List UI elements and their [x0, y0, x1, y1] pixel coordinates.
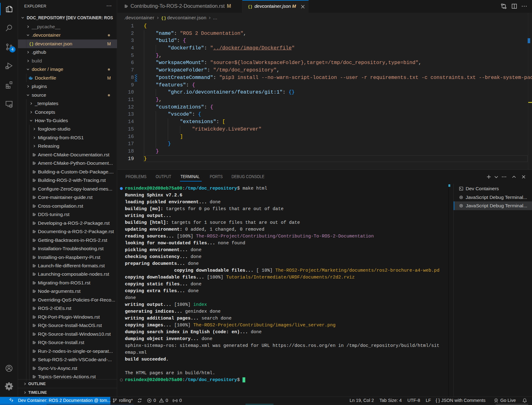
- svg-text:{}: {}: [248, 4, 252, 9]
- svg-text:{}: {}: [29, 42, 33, 46]
- svg-text:{}: {}: [161, 16, 166, 20]
